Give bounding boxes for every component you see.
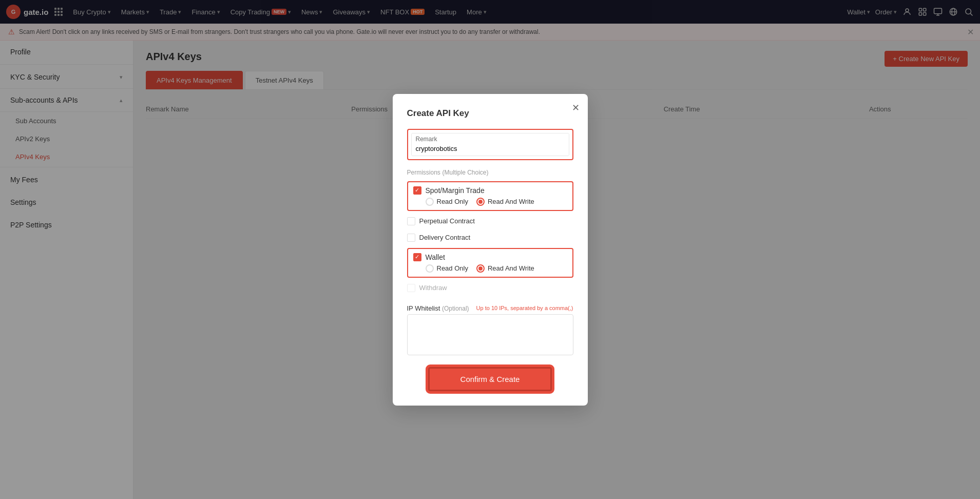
modal-close-button[interactable]: ✕ — [572, 102, 580, 113]
modal-overlay: Create API Key ✕ Remark Permissions (Mul… — [0, 0, 980, 499]
remark-label: Remark — [412, 133, 569, 143]
ip-whitelist-label: IP Whitelist (Optional) — [407, 304, 469, 312]
spot-label: Spot/Margin Trade — [426, 186, 485, 195]
permission-wallet: Wallet Read Only Read And Write — [407, 248, 573, 278]
withdraw-label: Withdraw — [419, 284, 447, 292]
create-api-modal: Create API Key ✕ Remark Permissions (Mul… — [393, 94, 588, 406]
confirm-create-button[interactable]: Confirm & Create — [428, 367, 552, 391]
wallet-label: Wallet — [426, 253, 445, 261]
wallet-read-only[interactable]: Read Only — [426, 264, 468, 273]
ip-hint: Up to 10 IPs, separated by a comma(,) — [476, 305, 573, 311]
permissions-group: Permissions (Multiple Choice) Spot/Margi… — [407, 168, 573, 296]
wallet-checkbox[interactable] — [413, 253, 421, 261]
confirm-button-wrap: Confirm & Create — [407, 367, 573, 391]
perpetual-checkbox[interactable] — [407, 217, 415, 225]
permission-delivery: Delivery Contract — [407, 229, 573, 246]
wallet-read-write[interactable]: Read And Write — [476, 264, 534, 273]
permission-spot: Spot/Margin Trade Read Only Read And Wri… — [407, 181, 573, 211]
modal-title: Create API Key — [407, 108, 573, 119]
ip-whitelist-input[interactable] — [407, 314, 573, 355]
permission-withdraw: Withdraw — [407, 280, 573, 296]
delivery-label: Delivery Contract — [419, 234, 471, 241]
spot-checkbox[interactable] — [413, 186, 421, 195]
withdraw-checkbox[interactable] — [407, 284, 415, 292]
ip-whitelist-group: IP Whitelist (Optional) Up to 10 IPs, se… — [407, 304, 573, 357]
remark-group: Remark — [407, 129, 573, 160]
permission-perpetual: Perpetual Contract — [407, 213, 573, 229]
perpetual-label: Perpetual Contract — [419, 217, 475, 225]
permissions-label: Permissions (Multiple Choice) — [407, 168, 573, 176]
delivery-checkbox[interactable] — [407, 234, 415, 242]
spot-read-write[interactable]: Read And Write — [476, 198, 534, 206]
remark-highlighted-box: Remark — [407, 129, 573, 160]
spot-read-only[interactable]: Read Only — [426, 198, 468, 206]
remark-input[interactable] — [412, 143, 569, 156]
